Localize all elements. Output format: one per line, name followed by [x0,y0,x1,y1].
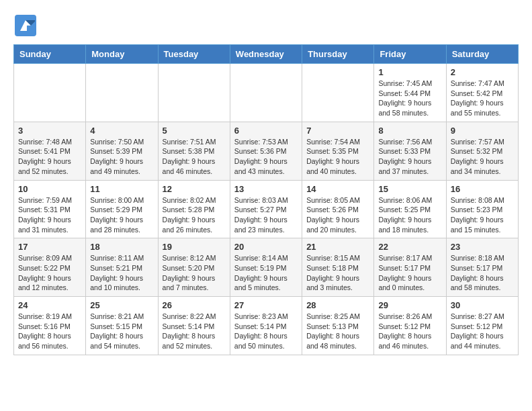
day-number: 23 [451,242,514,252]
day-number: 19 [163,242,226,252]
weekday-header-thursday: Thursday [302,45,374,64]
day-number: 11 [90,184,153,194]
calendar-cell: 5Sunrise: 7:51 AM Sunset: 5:38 PM Daylig… [158,122,230,180]
day-info: Sunrise: 8:12 AM Sunset: 5:20 PM Dayligh… [163,253,226,293]
calendar-cell: 29Sunrise: 8:26 AM Sunset: 5:12 PM Dayli… [374,297,446,355]
calendar-cell: 21Sunrise: 8:15 AM Sunset: 5:18 PM Dayli… [302,238,374,297]
calendar-cell [158,64,230,122]
calendar-cell: 3Sunrise: 7:48 AM Sunset: 5:41 PM Daylig… [14,122,86,180]
day-info: Sunrise: 8:02 AM Sunset: 5:28 PM Dayligh… [163,195,226,235]
day-info: Sunrise: 7:50 AM Sunset: 5:39 PM Dayligh… [90,137,153,177]
day-info: Sunrise: 8:14 AM Sunset: 5:19 PM Dayligh… [234,253,298,293]
calendar-cell: 18Sunrise: 8:11 AM Sunset: 5:21 PM Dayli… [86,238,158,297]
day-number: 12 [163,184,226,194]
day-info: Sunrise: 8:22 AM Sunset: 5:14 PM Dayligh… [163,312,226,351]
calendar-cell: 9Sunrise: 7:57 AM Sunset: 5:32 PM Daylig… [446,122,518,180]
day-info: Sunrise: 7:59 AM Sunset: 5:31 PM Dayligh… [18,195,81,235]
day-info: Sunrise: 7:48 AM Sunset: 5:41 PM Dayligh… [18,137,81,177]
calendar-cell: 15Sunrise: 8:06 AM Sunset: 5:25 PM Dayli… [374,180,446,238]
calendar-cell: 1Sunrise: 7:45 AM Sunset: 5:44 PM Daylig… [374,64,446,122]
calendar-cell [86,64,158,122]
day-number: 26 [163,300,226,310]
calendar-cell: 17Sunrise: 8:09 AM Sunset: 5:22 PM Dayli… [14,238,86,297]
day-info: Sunrise: 8:26 AM Sunset: 5:12 PM Dayligh… [378,312,441,351]
day-number: 9 [451,126,514,136]
day-info: Sunrise: 7:47 AM Sunset: 5:42 PM Dayligh… [451,79,514,118]
calendar-cell: 16Sunrise: 8:08 AM Sunset: 5:23 PM Dayli… [446,180,518,238]
calendar-cell: 6Sunrise: 7:53 AM Sunset: 5:36 PM Daylig… [230,122,302,180]
calendar-cell: 26Sunrise: 8:22 AM Sunset: 5:14 PM Dayli… [158,297,230,355]
day-info: Sunrise: 7:53 AM Sunset: 5:36 PM Dayligh… [234,137,298,177]
day-info: Sunrise: 8:21 AM Sunset: 5:15 PM Dayligh… [90,312,153,351]
calendar-cell: 2Sunrise: 7:47 AM Sunset: 5:42 PM Daylig… [446,64,518,122]
day-info: Sunrise: 8:08 AM Sunset: 5:23 PM Dayligh… [451,195,514,235]
day-info: Sunrise: 8:11 AM Sunset: 5:21 PM Dayligh… [90,253,153,293]
day-number: 10 [18,184,81,194]
day-number: 4 [90,126,153,136]
day-number: 20 [234,242,298,252]
calendar-cell: 23Sunrise: 8:18 AM Sunset: 5:17 PM Dayli… [446,238,518,297]
logo [13,13,42,38]
calendar-cell [302,64,374,122]
calendar-cell: 20Sunrise: 8:14 AM Sunset: 5:19 PM Dayli… [230,238,302,297]
day-number: 28 [306,300,369,310]
calendar-cell [14,64,86,122]
day-info: Sunrise: 7:56 AM Sunset: 5:33 PM Dayligh… [378,137,441,177]
day-number: 2 [451,67,514,77]
day-number: 1 [378,67,441,77]
weekday-header-friday: Friday [374,45,446,64]
weekday-header-tuesday: Tuesday [158,45,230,64]
day-info: Sunrise: 8:03 AM Sunset: 5:27 PM Dayligh… [234,195,298,235]
weekday-header-wednesday: Wednesday [230,45,302,64]
day-info: Sunrise: 8:25 AM Sunset: 5:13 PM Dayligh… [306,312,369,351]
day-info: Sunrise: 8:18 AM Sunset: 5:17 PM Dayligh… [451,253,514,293]
calendar-cell: 13Sunrise: 8:03 AM Sunset: 5:27 PM Dayli… [230,180,302,238]
weekday-header-sunday: Sunday [14,45,86,64]
day-info: Sunrise: 7:51 AM Sunset: 5:38 PM Dayligh… [163,137,226,177]
day-info: Sunrise: 8:09 AM Sunset: 5:22 PM Dayligh… [18,253,81,293]
calendar-cell: 14Sunrise: 8:05 AM Sunset: 5:26 PM Dayli… [302,180,374,238]
day-info: Sunrise: 8:05 AM Sunset: 5:26 PM Dayligh… [306,195,369,235]
day-number: 21 [306,242,369,252]
day-number: 25 [90,300,153,310]
calendar-cell: 10Sunrise: 7:59 AM Sunset: 5:31 PM Dayli… [14,180,86,238]
day-info: Sunrise: 8:19 AM Sunset: 5:16 PM Dayligh… [18,312,81,351]
day-number: 8 [378,126,441,136]
calendar-cell: 11Sunrise: 8:00 AM Sunset: 5:29 PM Dayli… [86,180,158,238]
logo-icon [13,13,38,38]
day-number: 15 [378,184,441,194]
calendar-cell: 4Sunrise: 7:50 AM Sunset: 5:39 PM Daylig… [86,122,158,180]
weekday-header-monday: Monday [86,45,158,64]
day-number: 18 [90,242,153,252]
calendar-cell: 7Sunrise: 7:54 AM Sunset: 5:35 PM Daylig… [302,122,374,180]
calendar-cell: 25Sunrise: 8:21 AM Sunset: 5:15 PM Dayli… [86,297,158,355]
day-number: 13 [234,184,298,194]
calendar-cell: 19Sunrise: 8:12 AM Sunset: 5:20 PM Dayli… [158,238,230,297]
day-number: 27 [234,300,298,310]
calendar-cell: 30Sunrise: 8:27 AM Sunset: 5:12 PM Dayli… [446,297,518,355]
calendar-cell: 28Sunrise: 8:25 AM Sunset: 5:13 PM Dayli… [302,297,374,355]
calendar-cell: 8Sunrise: 7:56 AM Sunset: 5:33 PM Daylig… [374,122,446,180]
day-number: 3 [18,126,81,136]
day-number: 5 [163,126,226,136]
calendar-cell: 27Sunrise: 8:23 AM Sunset: 5:14 PM Dayli… [230,297,302,355]
day-info: Sunrise: 8:00 AM Sunset: 5:29 PM Dayligh… [90,195,153,235]
day-number: 29 [378,300,441,310]
calendar-table: SundayMondayTuesdayWednesdayThursdayFrid… [13,44,519,355]
day-number: 22 [378,242,441,252]
day-info: Sunrise: 7:45 AM Sunset: 5:44 PM Dayligh… [378,79,441,118]
day-number: 7 [306,126,369,136]
day-info: Sunrise: 8:27 AM Sunset: 5:12 PM Dayligh… [451,312,514,351]
day-info: Sunrise: 7:54 AM Sunset: 5:35 PM Dayligh… [306,137,369,177]
day-info: Sunrise: 7:57 AM Sunset: 5:32 PM Dayligh… [451,137,514,177]
day-number: 14 [306,184,369,194]
day-number: 17 [18,242,81,252]
day-info: Sunrise: 8:17 AM Sunset: 5:17 PM Dayligh… [378,253,441,293]
weekday-header-saturday: Saturday [446,45,518,64]
calendar-cell [230,64,302,122]
day-info: Sunrise: 8:23 AM Sunset: 5:14 PM Dayligh… [234,312,298,351]
day-number: 16 [451,184,514,194]
day-info: Sunrise: 8:06 AM Sunset: 5:25 PM Dayligh… [378,195,441,235]
day-number: 30 [451,300,514,310]
calendar-cell: 12Sunrise: 8:02 AM Sunset: 5:28 PM Dayli… [158,180,230,238]
